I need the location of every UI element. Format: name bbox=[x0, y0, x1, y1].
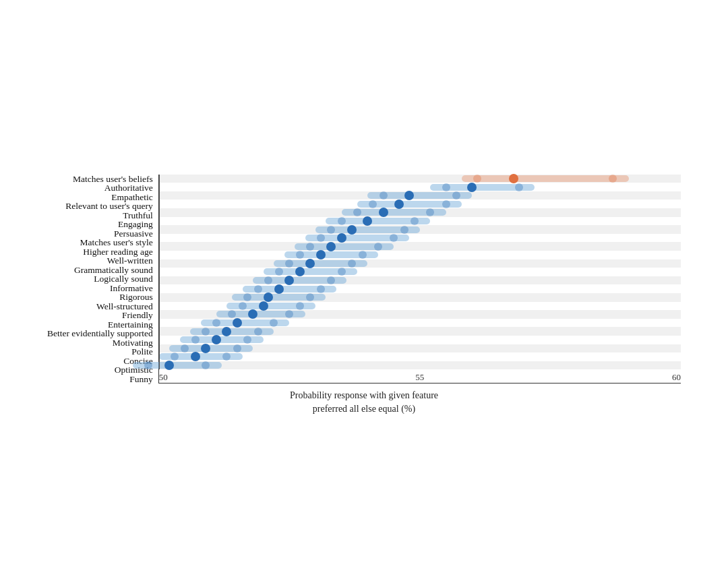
y-label: Motivating bbox=[113, 338, 153, 348]
dot-secondary-right bbox=[202, 361, 210, 369]
y-label: Truthful bbox=[123, 211, 153, 220]
main-dot bbox=[295, 267, 305, 276]
plot-area: 505560 bbox=[158, 175, 681, 384]
chart-row bbox=[159, 200, 681, 208]
chart-row bbox=[159, 225, 681, 234]
dot-secondary-right bbox=[609, 175, 617, 183]
chart-row bbox=[159, 234, 681, 243]
reference-line bbox=[159, 361, 160, 370]
y-label: Grammatically sound bbox=[74, 266, 153, 275]
main-dot bbox=[337, 233, 346, 243]
reference-line bbox=[159, 268, 160, 276]
chart-container: Matches user's beliefsAuthoritativeEmpat… bbox=[34, 161, 694, 423]
dot-secondary-left bbox=[144, 361, 152, 369]
main-dot bbox=[233, 318, 242, 328]
dot-secondary-right bbox=[222, 352, 231, 361]
dot-secondary-right bbox=[442, 200, 450, 208]
dot-secondary-right bbox=[374, 243, 382, 251]
x-axis: 505560 bbox=[159, 369, 681, 383]
main-dot bbox=[509, 174, 518, 183]
main-dot bbox=[363, 216, 372, 226]
chart-row bbox=[159, 259, 681, 268]
chart-row bbox=[159, 183, 681, 191]
chart-row bbox=[159, 191, 681, 200]
chart-row bbox=[159, 268, 681, 276]
main-dot bbox=[201, 344, 210, 353]
dot-secondary-left bbox=[264, 276, 272, 284]
chart-row bbox=[159, 175, 681, 183]
dot-secondary-left bbox=[442, 183, 450, 191]
dot-secondary-right bbox=[233, 344, 241, 352]
reference-line bbox=[159, 276, 160, 285]
dot-secondary-left bbox=[212, 319, 220, 327]
y-label: Well-written bbox=[107, 256, 153, 266]
reference-line bbox=[159, 208, 160, 217]
dot-secondary-left bbox=[338, 217, 346, 225]
reference-line bbox=[159, 183, 160, 191]
dot-secondary-right bbox=[452, 191, 460, 200]
chart-row bbox=[159, 284, 681, 293]
y-label: Informative bbox=[110, 284, 153, 293]
dot-secondary-left bbox=[380, 191, 388, 200]
dot-secondary-left bbox=[191, 336, 200, 344]
chart-row bbox=[159, 352, 681, 361]
dot-secondary-left bbox=[254, 285, 262, 293]
reference-line bbox=[159, 225, 160, 234]
dot-secondary-left bbox=[369, 200, 377, 208]
reference-line bbox=[159, 293, 160, 302]
dot-secondary-left bbox=[243, 293, 251, 301]
dot-secondary-right bbox=[359, 251, 367, 259]
chart-row bbox=[159, 251, 681, 259]
chart-row bbox=[159, 217, 681, 226]
dot-secondary-right bbox=[338, 268, 346, 276]
reference-line bbox=[159, 284, 160, 293]
y-label: Well-structured bbox=[96, 302, 153, 311]
reference-line bbox=[159, 352, 160, 361]
y-label: Authoritative bbox=[104, 183, 153, 193]
dot-secondary-right bbox=[411, 217, 419, 225]
reference-line bbox=[159, 234, 160, 243]
y-label: Persuasive bbox=[114, 229, 153, 239]
dot-secondary-left bbox=[473, 175, 481, 183]
dot-secondary-left bbox=[239, 302, 247, 310]
y-label: Higher reading age bbox=[83, 247, 152, 257]
dot-secondary-left bbox=[296, 251, 304, 259]
y-label: Friendly bbox=[122, 311, 153, 320]
main-dot bbox=[467, 183, 477, 192]
y-label: Empathetic bbox=[111, 193, 152, 202]
main-dot bbox=[191, 352, 200, 361]
dot-secondary-left bbox=[317, 234, 325, 242]
y-label: Matches user's beliefs bbox=[73, 175, 153, 184]
chart-row bbox=[159, 302, 681, 311]
reference-line bbox=[159, 344, 160, 353]
reference-line bbox=[159, 259, 160, 268]
chart-row bbox=[159, 310, 681, 319]
chart-row bbox=[159, 344, 681, 353]
y-label: Better evidentially supported bbox=[47, 329, 153, 338]
reference-line bbox=[159, 327, 160, 336]
main-dot bbox=[248, 309, 257, 319]
chart-row bbox=[159, 242, 681, 251]
dot-secondary-left bbox=[327, 226, 335, 234]
reference-line bbox=[159, 242, 160, 251]
y-label: Polite bbox=[131, 347, 153, 357]
reference-line bbox=[159, 310, 160, 319]
chart-row bbox=[159, 336, 681, 344]
y-label: Relevant to user's query bbox=[65, 202, 153, 211]
dot-secondary-left bbox=[353, 208, 361, 216]
reference-line bbox=[159, 302, 160, 311]
y-label: Engaging bbox=[118, 220, 153, 229]
main-dot bbox=[316, 250, 326, 259]
dot-secondary-right bbox=[296, 302, 304, 310]
x-axis-title: Probability response with given featurep… bbox=[290, 389, 438, 415]
main-dot bbox=[222, 327, 231, 336]
main-dot bbox=[212, 335, 221, 344]
y-label: Rigorous bbox=[119, 293, 153, 302]
chart-area: Matches user's beliefsAuthoritativeEmpat… bbox=[47, 175, 681, 384]
reference-line bbox=[159, 175, 160, 183]
dot-secondary-left bbox=[285, 259, 293, 268]
reference-line bbox=[159, 217, 160, 226]
dot-secondary-right bbox=[243, 336, 251, 344]
x-tick: 50 bbox=[159, 372, 168, 383]
y-label: Entertaining bbox=[108, 320, 153, 330]
